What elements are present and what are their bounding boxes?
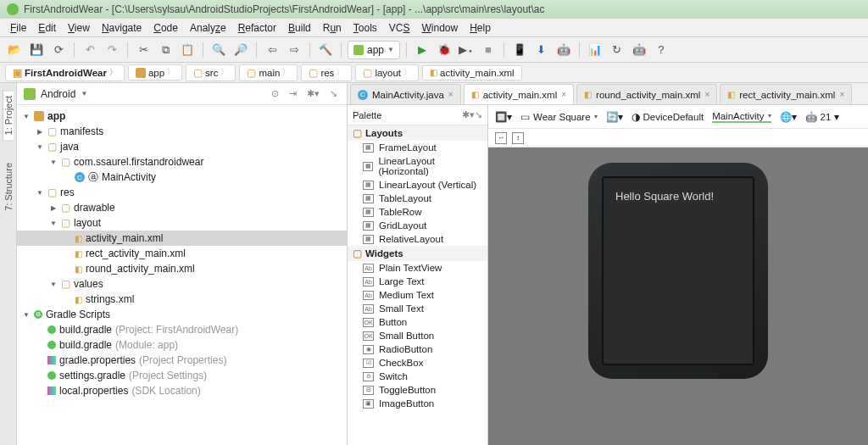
tree-res[interactable]: ▼▢res: [17, 185, 347, 200]
close-icon[interactable]: ×: [839, 90, 844, 99]
copy-icon[interactable]: ⧉: [156, 41, 175, 59]
avd-icon[interactable]: 📱: [510, 41, 529, 59]
gear-icon[interactable]: ✱▾: [304, 88, 322, 99]
menu-file[interactable]: File: [5, 20, 31, 36]
tree-round-activity[interactable]: ◧round_activity_main.xml: [17, 261, 347, 276]
help-icon[interactable]: ?: [652, 41, 670, 59]
tab-round-activity-xml[interactable]: ◧round_activity_main.xml×: [576, 84, 717, 104]
cut-icon[interactable]: ✂: [134, 41, 153, 59]
palette-item[interactable]: ⊟ToggleButton: [348, 383, 487, 397]
view-options-icon-2[interactable]: ↕: [512, 132, 524, 144]
menu-code[interactable]: Code: [148, 20, 183, 36]
stop-icon[interactable]: ■: [479, 41, 498, 59]
crumb-file[interactable]: ◧activity_main.xml: [422, 65, 522, 81]
tab-rect-activity-xml[interactable]: ◧rect_activity_main.xml×: [720, 84, 852, 104]
crumb-res[interactable]: ▢res〉: [301, 64, 352, 81]
tree-layout[interactable]: ▼▢layout: [17, 215, 347, 231]
palette-hide-icon[interactable]: ↘: [475, 109, 482, 120]
menu-analyze[interactable]: Analyze: [185, 20, 231, 36]
palette-item[interactable]: ▦GridLayout: [348, 219, 487, 232]
menu-window[interactable]: Window: [416, 20, 463, 36]
tree-module-app[interactable]: ▼app: [17, 108, 347, 124]
crumb-layout[interactable]: ▢layout〉: [355, 64, 419, 81]
tree-strings[interactable]: ◧strings.xml: [17, 292, 347, 307]
crumb-src[interactable]: ▢src〉: [186, 64, 236, 81]
palette-item[interactable]: AbPlain TextView: [348, 261, 487, 275]
zoom-dropdown[interactable]: 🔲▾: [495, 111, 512, 123]
palette-group-header[interactable]: ▢Layouts: [348, 125, 487, 141]
ddms-icon[interactable]: 🤖: [554, 41, 573, 59]
tab-activity-main-xml[interactable]: ◧activity_main.xml×: [464, 84, 574, 104]
tab-main-activity-java[interactable]: CMainActivity.java×: [350, 84, 461, 104]
tree-drawable[interactable]: ▶▢drawable: [17, 200, 347, 215]
palette-item[interactable]: OKButton: [348, 315, 487, 329]
palette-item[interactable]: ▣ImageButton: [348, 397, 487, 410]
palette-item[interactable]: AbLarge Text: [348, 275, 487, 288]
tree-package[interactable]: ▼▢com.ssaurel.firstandroidwear: [17, 154, 347, 170]
structure-icon[interactable]: 📊: [586, 41, 604, 59]
close-icon[interactable]: ×: [448, 90, 453, 99]
tab-structure[interactable]: 7: Structure: [3, 158, 14, 216]
tree-build-gradle-module[interactable]: build.gradle (Module: app): [17, 337, 347, 353]
palette-item[interactable]: ⊝Switch: [348, 370, 487, 383]
view-options-icon[interactable]: ↔: [495, 132, 507, 144]
android-icon-2[interactable]: 🤖: [630, 41, 648, 59]
palette-item[interactable]: ▦TableLayout: [348, 192, 487, 205]
palette-group-header[interactable]: ▢Widgets: [348, 246, 487, 261]
tree-rect-activity[interactable]: ◧rect_activity_main.xml: [17, 246, 347, 261]
locale-dropdown[interactable]: 🌐▾: [780, 111, 797, 123]
tree-build-gradle-project[interactable]: build.gradle (Project: FirstAndroidWear): [17, 322, 347, 337]
replace-icon[interactable]: 🔎: [231, 41, 250, 59]
tree-gradle-scripts[interactable]: ▼⚙Gradle Scripts: [17, 307, 347, 322]
open-icon[interactable]: 📂: [5, 41, 24, 59]
project-view-label[interactable]: Android: [41, 88, 75, 100]
sync-icon[interactable]: ⟳: [49, 41, 68, 59]
collapse-icon[interactable]: ⇥: [287, 88, 299, 99]
crumb-main[interactable]: ▢main〉: [239, 64, 298, 81]
run-icon[interactable]: ▶: [413, 41, 431, 59]
find-icon[interactable]: 🔍: [209, 41, 228, 59]
back-icon[interactable]: ⇦: [263, 41, 281, 59]
palette-item[interactable]: ▦LinearLayout (Horizontal): [348, 154, 487, 178]
palette-item[interactable]: ◉RadioButton: [348, 342, 487, 356]
palette-item[interactable]: ▦FrameLayout: [348, 141, 487, 154]
palette-item[interactable]: OKSmall Button: [348, 329, 487, 342]
menu-run[interactable]: Run: [318, 20, 347, 36]
palette-gear-icon[interactable]: ✱▾: [462, 109, 475, 120]
redo-icon[interactable]: ↷: [103, 41, 121, 59]
design-canvas[interactable]: Hello Square World!: [488, 147, 868, 445]
palette-item[interactable]: ▦TableRow: [348, 205, 487, 219]
theme-dropdown[interactable]: ◑ DeviceDefault: [632, 111, 704, 123]
tree-local-properties[interactable]: local.properties (SDK Location): [17, 383, 347, 398]
tree-activity-main[interactable]: ◧activity_main.xml: [17, 231, 347, 246]
tree-gradle-properties[interactable]: gradle.properties (Project Properties): [17, 353, 347, 368]
tree-main-activity[interactable]: CⓐMainActivity: [17, 170, 347, 185]
crumb-app[interactable]: app〉: [128, 64, 182, 81]
menu-edit[interactable]: Edit: [33, 20, 61, 36]
menu-refactor[interactable]: Refactor: [233, 20, 281, 36]
palette-item[interactable]: ▦RelativeLayout: [348, 232, 487, 246]
palette-item[interactable]: ▦LinearLayout (Vertical): [348, 178, 487, 192]
sync-gradle-icon[interactable]: ↻: [608, 41, 626, 59]
device-dropdown[interactable]: ▭ Wear Square▾: [520, 111, 598, 123]
make-icon[interactable]: 🔨: [316, 41, 335, 59]
palette-item[interactable]: ☑CheckBox: [348, 356, 487, 370]
forward-icon[interactable]: ⇨: [285, 41, 303, 59]
menu-tools[interactable]: Tools: [348, 20, 382, 36]
activity-dropdown[interactable]: MainActivity▾: [712, 111, 771, 123]
menu-view[interactable]: View: [63, 20, 95, 36]
tree-settings-gradle[interactable]: settings.gradle (Project Settings): [17, 368, 347, 383]
palette-item[interactable]: AbSmall Text: [348, 302, 487, 315]
hide-icon[interactable]: ↘: [327, 88, 340, 99]
tab-project[interactable]: 1: Project: [3, 90, 14, 141]
crumb-project[interactable]: ▣FirstAndroidWear〉: [5, 64, 125, 81]
run-config-selector[interactable]: app ▼: [348, 41, 400, 59]
tree-java[interactable]: ▼▢java: [17, 139, 347, 154]
api-dropdown[interactable]: 🤖21▾: [805, 111, 840, 123]
debug-icon[interactable]: 🐞: [435, 41, 453, 59]
close-icon[interactable]: ×: [561, 90, 566, 99]
close-icon[interactable]: ×: [704, 90, 709, 99]
tree-manifests[interactable]: ▶▢manifests: [17, 124, 347, 139]
paste-icon[interactable]: 📋: [178, 41, 197, 59]
menu-build[interactable]: Build: [283, 20, 316, 36]
